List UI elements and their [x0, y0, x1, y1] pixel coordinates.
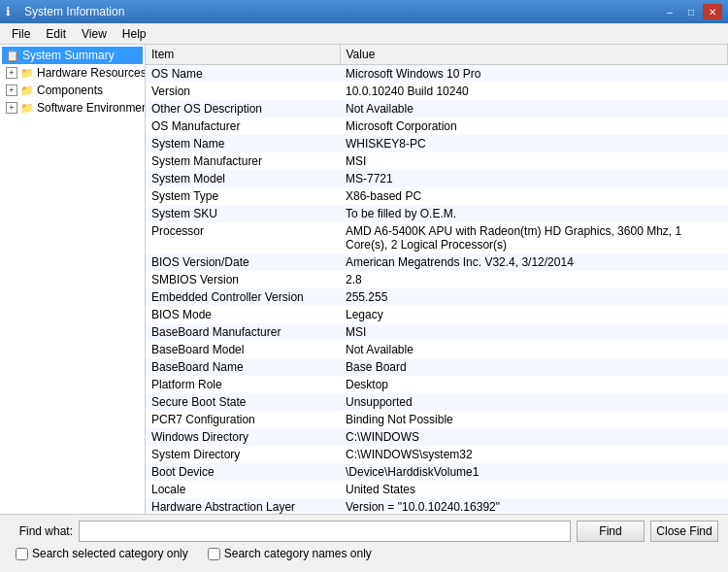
- table-cell-value: To be filled by O.E.M.: [340, 205, 728, 222]
- table-cell-item: Processor: [146, 222, 340, 253]
- table-row: PCR7 ConfigurationBinding Not Possible: [146, 411, 728, 428]
- table-cell-value: C:\WINDOWS\system32: [340, 446, 728, 463]
- table-cell-value: 2.8: [340, 271, 728, 288]
- title-bar-left: ℹ System Information: [6, 5, 124, 18]
- table-cell-value: MS-7721: [340, 170, 728, 187]
- find-row: Find what: Find Close Find: [10, 521, 718, 542]
- menu-help[interactable]: Help: [115, 25, 154, 43]
- title-bar-buttons: – □ ✕: [660, 4, 722, 19]
- table-cell-item: PCR7 Configuration: [146, 411, 340, 428]
- table-cell-value: Not Available: [340, 341, 728, 358]
- table-cell-item: BIOS Mode: [146, 306, 340, 323]
- bottom-area: Find what: Find Close Find Search select…: [0, 514, 728, 572]
- table-cell-item: Secure Boot State: [146, 393, 340, 411]
- table-row: Boot Device\Device\HarddiskVolume1: [146, 463, 728, 481]
- expand-icon-hardware: +: [6, 67, 17, 79]
- table-row: Embedded Controller Version255.255: [146, 288, 728, 306]
- checkbox-category-names[interactable]: Search category names only: [208, 547, 372, 560]
- table-cell-item: Locale: [146, 481, 340, 498]
- table-cell-item: OS Manufacturer: [146, 118, 340, 135]
- menu-edit[interactable]: Edit: [38, 25, 74, 43]
- right-panel[interactable]: Item Value OS NameMicrosoft Windows 10 P…: [146, 45, 728, 514]
- table-cell-value: \Device\HarddiskVolume1: [340, 463, 728, 481]
- table-cell-value: X86-based PC: [340, 187, 728, 205]
- table-cell-item: System Manufacturer: [146, 152, 340, 170]
- table-cell-item: Version: [146, 83, 340, 100]
- table-row: Secure Boot StateUnsupported: [146, 393, 728, 411]
- table-row: Other OS DescriptionNot Available: [146, 100, 728, 118]
- table-cell-item: Hardware Abstraction Layer: [146, 498, 340, 514]
- sidebar-item-components-label: Components: [37, 84, 103, 97]
- minimize-button[interactable]: –: [660, 4, 679, 19]
- table-cell-item: Windows Directory: [146, 428, 340, 446]
- checkbox-row: Search selected category only Search cat…: [10, 547, 718, 560]
- table-cell-value: Legacy: [340, 306, 728, 323]
- app-icon: ℹ: [6, 5, 19, 18]
- checkbox-selected-category-label: Search selected category only: [32, 547, 188, 560]
- checkbox-selected-category[interactable]: Search selected category only: [16, 547, 188, 560]
- table-cell-value: MSI: [340, 323, 728, 341]
- table-row: BaseBoard ManufacturerMSI: [146, 323, 728, 341]
- restore-button[interactable]: □: [681, 4, 701, 19]
- table-cell-item: Boot Device: [146, 463, 340, 481]
- table-row: BIOS Version/DateAmerican Megatrends Inc…: [146, 253, 728, 271]
- table-row: ProcessorAMD A6-5400K APU with Radeon(tm…: [146, 222, 728, 253]
- close-button[interactable]: ✕: [703, 4, 722, 19]
- table-row: OS NameMicrosoft Windows 10 Pro: [146, 65, 728, 84]
- menu-view[interactable]: View: [74, 25, 115, 43]
- table-row: BaseBoard ModelNot Available: [146, 341, 728, 358]
- find-button[interactable]: Find: [577, 521, 645, 542]
- table-cell-value: American Megatrends Inc. V32.4, 3/12/201…: [340, 253, 728, 271]
- window-title: System Information: [24, 5, 124, 18]
- system-info-table: Item Value OS NameMicrosoft Windows 10 P…: [146, 45, 728, 514]
- table-row: SMBIOS Version2.8: [146, 271, 728, 288]
- table-row: OS ManufacturerMicrosoft Corporation: [146, 118, 728, 135]
- table-cell-item: BIOS Version/Date: [146, 253, 340, 271]
- checkbox-category-names-label: Search category names only: [224, 547, 372, 560]
- table-row: BIOS ModeLegacy: [146, 306, 728, 323]
- table-cell-item: BaseBoard Name: [146, 358, 340, 376]
- table-cell-value: Unsupported: [340, 393, 728, 411]
- table-row: Platform RoleDesktop: [146, 376, 728, 393]
- sidebar-item-software-environment[interactable]: + 📁 Software Environment: [2, 99, 143, 117]
- sidebar-item-hardware-resources-label: Hardware Resources: [37, 66, 146, 80]
- table-row: BaseBoard NameBase Board: [146, 358, 728, 376]
- table-cell-item: System Type: [146, 187, 340, 205]
- checkbox-category-names-input[interactable]: [208, 548, 220, 560]
- expand-icon-software: +: [6, 102, 17, 114]
- table-cell-item: SMBIOS Version: [146, 271, 340, 288]
- table-row: Version10.0.10240 Build 10240: [146, 83, 728, 100]
- close-find-button[interactable]: Close Find: [650, 521, 718, 542]
- find-input[interactable]: [79, 521, 571, 542]
- table-cell-value: Desktop: [340, 376, 728, 393]
- table-cell-value: MSI: [340, 152, 728, 170]
- expand-icon-components: +: [6, 84, 17, 96]
- table-cell-item: Embedded Controller Version: [146, 288, 340, 306]
- left-panel: 📋 System Summary + 📁 Hardware Resources …: [0, 45, 146, 514]
- col-header-item: Item: [146, 45, 340, 65]
- sidebar-item-hardware-resources[interactable]: + 📁 Hardware Resources: [2, 64, 143, 82]
- table-cell-item: OS Name: [146, 65, 340, 84]
- table-cell-item: System Model: [146, 170, 340, 187]
- table-row: System TypeX86-based PC: [146, 187, 728, 205]
- table-cell-value: 10.0.10240 Build 10240: [340, 83, 728, 100]
- table-cell-value: Binding Not Possible: [340, 411, 728, 428]
- table-cell-item: Other OS Description: [146, 100, 340, 118]
- checkbox-selected-category-input[interactable]: [16, 548, 28, 560]
- table-row: System DirectoryC:\WINDOWS\system32: [146, 446, 728, 463]
- sidebar-item-system-summary[interactable]: 📋 System Summary: [2, 47, 143, 64]
- menu-file[interactable]: File: [4, 25, 38, 43]
- sidebar-item-components[interactable]: + 📁 Components: [2, 82, 143, 99]
- menu-bar: File Edit View Help: [0, 23, 728, 45]
- folder-icon-software: 📁: [20, 102, 34, 115]
- table-cell-value: AMD A6-5400K APU with Radeon(tm) HD Grap…: [340, 222, 728, 253]
- table-cell-item: BaseBoard Manufacturer: [146, 323, 340, 341]
- table-row: System ModelMS-7721: [146, 170, 728, 187]
- folder-icon-hardware: 📁: [20, 67, 34, 80]
- table-row: System SKUTo be filled by O.E.M.: [146, 205, 728, 222]
- table-cell-value: Microsoft Corporation: [340, 118, 728, 135]
- table-row: System NameWHISKEY8-PC: [146, 135, 728, 152]
- table-cell-item: System Name: [146, 135, 340, 152]
- sidebar-item-software-environment-label: Software Environment: [37, 101, 146, 115]
- folder-icon-components: 📁: [20, 84, 34, 97]
